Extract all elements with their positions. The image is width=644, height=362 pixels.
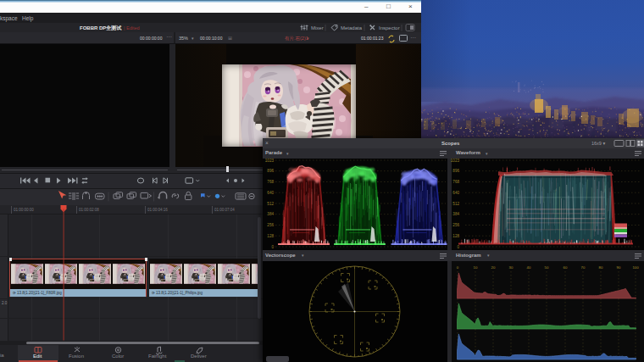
svg-text:Mixer: Mixer: [311, 25, 324, 31]
svg-text:896: 896: [452, 169, 459, 173]
svg-text:640: 640: [452, 191, 459, 195]
svg-text:256: 256: [452, 223, 459, 227]
svg-text:70: 70: [581, 265, 586, 270]
svg-text:Inspector: Inspector: [379, 25, 400, 31]
svg-text:30: 30: [509, 265, 514, 270]
svg-text:512: 512: [452, 202, 459, 206]
svg-text:40: 40: [527, 265, 531, 270]
svg-text:0: 0: [457, 245, 459, 249]
svg-text:0: 0: [271, 245, 274, 249]
svg-text:80: 80: [599, 265, 603, 270]
svg-text:512: 512: [267, 202, 274, 206]
svg-text:50: 50: [545, 265, 549, 270]
svg-text:90: 90: [617, 265, 621, 270]
svg-text:384: 384: [452, 212, 459, 216]
svg-text:1023: 1023: [451, 159, 460, 163]
svg-text:896: 896: [267, 169, 274, 173]
svg-text:640: 640: [267, 191, 274, 195]
svg-text:256: 256: [267, 223, 274, 227]
svg-text:768: 768: [452, 180, 459, 184]
svg-text:384: 384: [267, 212, 274, 216]
svg-text:Metadata: Metadata: [341, 25, 363, 31]
svg-text:10: 10: [474, 265, 478, 270]
svg-text:1023: 1023: [265, 159, 275, 163]
svg-text:768: 768: [267, 180, 274, 184]
svg-text:⋯: ⋯: [410, 35, 416, 41]
svg-text:128: 128: [267, 234, 274, 238]
svg-text:100: 100: [632, 265, 639, 270]
svg-text:128: 128: [452, 234, 459, 238]
svg-text:20: 20: [491, 265, 496, 270]
svg-text:60: 60: [564, 265, 568, 270]
svg-text:0: 0: [457, 265, 459, 270]
